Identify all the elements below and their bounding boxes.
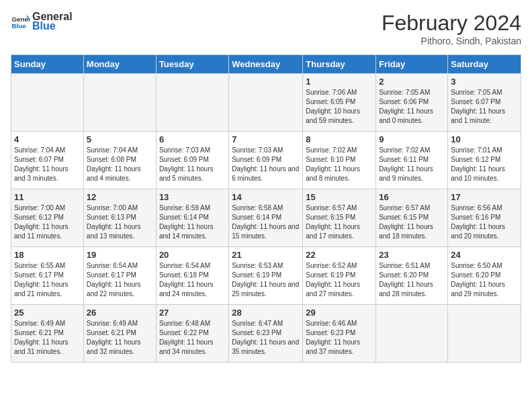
day-info: Sunrise: 6:49 AM Sunset: 6:21 PM Dayligh… — [87, 319, 153, 357]
calendar-cell: 3Sunrise: 7:05 AM Sunset: 6:07 PM Daylig… — [448, 74, 521, 132]
calendar-cell — [229, 74, 303, 132]
calendar-cell: 25Sunrise: 6:49 AM Sunset: 6:21 PM Dayli… — [11, 305, 84, 363]
day-number: 28 — [232, 308, 300, 318]
day-info: Sunrise: 7:03 AM Sunset: 6:09 PM Dayligh… — [159, 146, 226, 183]
day-number: 24 — [451, 250, 518, 260]
day-info: Sunrise: 6:51 AM Sunset: 6:20 PM Dayligh… — [379, 261, 445, 299]
weekday-header-tuesday: Tuesday — [156, 55, 228, 74]
day-info: Sunrise: 7:02 AM Sunset: 6:10 PM Dayligh… — [306, 146, 373, 183]
day-info: Sunrise: 6:47 AM Sunset: 6:23 PM Dayligh… — [232, 319, 300, 357]
calendar-cell: 5Sunrise: 7:04 AM Sunset: 6:08 PM Daylig… — [83, 132, 156, 189]
calendar-cell: 8Sunrise: 7:02 AM Sunset: 6:10 PM Daylig… — [303, 132, 376, 189]
day-number: 25 — [14, 308, 81, 318]
calendar-week-2: 4Sunrise: 7:04 AM Sunset: 6:07 PM Daylig… — [11, 132, 521, 189]
calendar-week-4: 18Sunrise: 6:55 AM Sunset: 6:17 PM Dayli… — [11, 247, 521, 305]
calendar-cell — [11, 74, 84, 132]
calendar-cell: 7Sunrise: 7:03 AM Sunset: 6:09 PM Daylig… — [229, 132, 303, 189]
day-info: Sunrise: 7:05 AM Sunset: 6:06 PM Dayligh… — [379, 88, 445, 126]
day-number: 5 — [87, 134, 153, 144]
day-number: 7 — [232, 134, 300, 144]
day-number: 3 — [451, 77, 518, 87]
logo: General Blue General Blue — [11, 11, 73, 32]
calendar-cell: 26Sunrise: 6:49 AM Sunset: 6:21 PM Dayli… — [83, 305, 156, 363]
day-number: 16 — [379, 192, 445, 202]
calendar-cell: 12Sunrise: 7:00 AM Sunset: 6:13 PM Dayli… — [83, 189, 156, 247]
weekday-header-row: SundayMondayTuesdayWednesdayThursdayFrid… — [11, 55, 521, 74]
day-number: 21 — [232, 250, 300, 260]
calendar-cell: 19Sunrise: 6:54 AM Sunset: 6:17 PM Dayli… — [83, 247, 156, 305]
day-info: Sunrise: 6:52 AM Sunset: 6:19 PM Dayligh… — [306, 261, 373, 299]
calendar-cell: 22Sunrise: 6:52 AM Sunset: 6:19 PM Dayli… — [303, 247, 376, 305]
calendar-cell: 1Sunrise: 7:06 AM Sunset: 6:05 PM Daylig… — [303, 74, 376, 132]
day-number: 26 — [87, 308, 153, 318]
calendar-cell: 10Sunrise: 7:01 AM Sunset: 6:12 PM Dayli… — [448, 132, 521, 189]
day-info: Sunrise: 7:04 AM Sunset: 6:07 PM Dayligh… — [14, 146, 81, 183]
calendar-cell: 4Sunrise: 7:04 AM Sunset: 6:07 PM Daylig… — [11, 132, 84, 189]
day-number: 19 — [87, 250, 153, 260]
day-info: Sunrise: 6:58 AM Sunset: 6:14 PM Dayligh… — [232, 203, 300, 241]
day-info: Sunrise: 6:55 AM Sunset: 6:17 PM Dayligh… — [14, 261, 81, 299]
calendar-week-3: 11Sunrise: 7:00 AM Sunset: 6:12 PM Dayli… — [11, 189, 521, 247]
day-number: 23 — [379, 250, 445, 260]
day-info: Sunrise: 7:03 AM Sunset: 6:09 PM Dayligh… — [232, 146, 300, 183]
day-info: Sunrise: 6:46 AM Sunset: 6:23 PM Dayligh… — [306, 319, 373, 357]
calendar-cell: 9Sunrise: 7:02 AM Sunset: 6:11 PM Daylig… — [376, 132, 448, 189]
day-info: Sunrise: 6:56 AM Sunset: 6:16 PM Dayligh… — [451, 203, 518, 241]
page-header: General Blue General Blue February 2024 … — [11, 11, 521, 46]
day-number: 6 — [159, 134, 226, 144]
day-number: 17 — [451, 192, 518, 202]
calendar-cell — [156, 74, 228, 132]
calendar-week-1: 1Sunrise: 7:06 AM Sunset: 6:05 PM Daylig… — [11, 74, 521, 132]
calendar-cell: 21Sunrise: 6:53 AM Sunset: 6:19 PM Dayli… — [229, 247, 303, 305]
day-number: 18 — [14, 250, 81, 260]
location: Pithoro, Sindh, Pakistan — [382, 36, 521, 46]
day-info: Sunrise: 6:54 AM Sunset: 6:17 PM Dayligh… — [87, 261, 153, 299]
day-number: 1 — [306, 77, 373, 87]
calendar-cell: 13Sunrise: 6:59 AM Sunset: 6:14 PM Dayli… — [156, 189, 228, 247]
day-info: Sunrise: 7:04 AM Sunset: 6:08 PM Dayligh… — [87, 146, 153, 183]
day-number: 27 — [159, 308, 226, 318]
weekday-header-sunday: Sunday — [11, 55, 84, 74]
weekday-header-friday: Friday — [376, 55, 448, 74]
calendar-cell — [448, 305, 521, 363]
day-number: 9 — [379, 134, 445, 144]
day-number: 4 — [14, 134, 81, 144]
svg-text:Blue: Blue — [11, 22, 26, 30]
day-number: 20 — [159, 250, 226, 260]
logo-icon: General Blue — [11, 12, 30, 31]
calendar-cell: 27Sunrise: 6:48 AM Sunset: 6:22 PM Dayli… — [156, 305, 228, 363]
day-number: 2 — [379, 77, 445, 87]
day-number: 29 — [306, 308, 373, 318]
day-number: 10 — [451, 134, 518, 144]
weekday-header-wednesday: Wednesday — [229, 55, 303, 74]
calendar-cell — [83, 74, 156, 132]
day-info: Sunrise: 7:05 AM Sunset: 6:07 PM Dayligh… — [451, 88, 518, 126]
day-info: Sunrise: 6:54 AM Sunset: 6:18 PM Dayligh… — [159, 261, 226, 299]
calendar-cell: 2Sunrise: 7:05 AM Sunset: 6:06 PM Daylig… — [376, 74, 448, 132]
day-info: Sunrise: 6:59 AM Sunset: 6:14 PM Dayligh… — [159, 203, 226, 241]
calendar-cell — [376, 305, 448, 363]
calendar-cell: 29Sunrise: 6:46 AM Sunset: 6:23 PM Dayli… — [303, 305, 376, 363]
weekday-header-saturday: Saturday — [448, 55, 521, 74]
calendar-cell: 6Sunrise: 7:03 AM Sunset: 6:09 PM Daylig… — [156, 132, 228, 189]
day-number: 15 — [306, 192, 373, 202]
day-number: 12 — [87, 192, 153, 202]
day-info: Sunrise: 6:57 AM Sunset: 6:15 PM Dayligh… — [379, 203, 445, 241]
title-area: February 2024 Pithoro, Sindh, Pakistan — [382, 11, 521, 46]
calendar-cell: 28Sunrise: 6:47 AM Sunset: 6:23 PM Dayli… — [229, 305, 303, 363]
calendar-cell: 23Sunrise: 6:51 AM Sunset: 6:20 PM Dayli… — [376, 247, 448, 305]
weekday-header-monday: Monday — [83, 55, 156, 74]
day-info: Sunrise: 6:53 AM Sunset: 6:19 PM Dayligh… — [232, 261, 300, 299]
day-info: Sunrise: 7:01 AM Sunset: 6:12 PM Dayligh… — [451, 146, 518, 183]
calendar-cell: 16Sunrise: 6:57 AM Sunset: 6:15 PM Dayli… — [376, 189, 448, 247]
day-info: Sunrise: 7:02 AM Sunset: 6:11 PM Dayligh… — [379, 146, 445, 183]
calendar-cell: 15Sunrise: 6:57 AM Sunset: 6:15 PM Dayli… — [303, 189, 376, 247]
calendar-week-5: 25Sunrise: 6:49 AM Sunset: 6:21 PM Dayli… — [11, 305, 521, 363]
calendar-cell: 18Sunrise: 6:55 AM Sunset: 6:17 PM Dayli… — [11, 247, 84, 305]
day-info: Sunrise: 6:57 AM Sunset: 6:15 PM Dayligh… — [306, 203, 373, 241]
day-number: 14 — [232, 192, 300, 202]
day-info: Sunrise: 6:49 AM Sunset: 6:21 PM Dayligh… — [14, 319, 81, 357]
day-info: Sunrise: 7:06 AM Sunset: 6:05 PM Dayligh… — [306, 88, 373, 126]
month-title: February 2024 — [382, 11, 521, 36]
day-info: Sunrise: 6:48 AM Sunset: 6:22 PM Dayligh… — [159, 319, 226, 357]
